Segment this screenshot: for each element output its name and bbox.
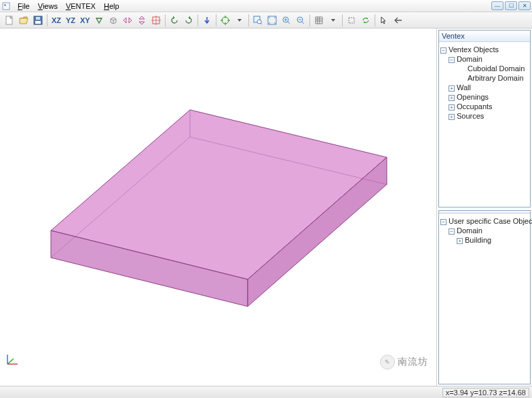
tree-occupants[interactable]: Occupants (457, 102, 493, 111)
svg-rect-16 (349, 18, 354, 23)
menu-bar: FFileile Views VENTEX Help — ☐ ✕ (0, 0, 532, 12)
cuboid-domain-render (0, 28, 434, 386)
tree-openings[interactable]: Openings (457, 93, 489, 101)
maximize-button[interactable]: ☐ (505, 1, 517, 10)
panel-title-ventex: Ventex (439, 31, 530, 42)
watermark-text: 南流坊 (398, 356, 428, 368)
watermark: ✎ 南流坊 (380, 355, 428, 370)
menu-help[interactable]: Help (100, 2, 124, 10)
collapse-icon[interactable]: − (449, 228, 455, 235)
tree-arbitrary[interactable]: Arbitrary Domain (468, 74, 524, 82)
tree-root[interactable]: Ventex Objects (449, 45, 499, 54)
new-icon[interactable] (3, 14, 16, 27)
view-xz-icon[interactable]: XZ (50, 14, 63, 27)
watermark-icon: ✎ (380, 355, 395, 370)
flip-h-icon[interactable] (121, 14, 134, 27)
fit-icon[interactable] (149, 14, 163, 27)
expand-icon[interactable]: + (457, 238, 463, 244)
zoom-extents-icon[interactable] (265, 14, 279, 27)
collapse-icon[interactable]: − (440, 47, 446, 54)
down-arrow-icon[interactable] (200, 14, 214, 27)
app-icon (1, 1, 11, 11)
minimize-button[interactable]: — (491, 1, 504, 10)
collapse-icon[interactable]: − (440, 219, 446, 225)
tree-wall[interactable]: Wall (457, 83, 471, 92)
expand-icon[interactable]: + (449, 85, 455, 92)
menu-file[interactable]: FFileile (14, 2, 34, 10)
zoom-window-icon[interactable] (251, 14, 265, 27)
tree-cuboidal[interactable]: Cuboidal Domain (468, 64, 525, 73)
crop-icon[interactable] (345, 14, 358, 27)
dropdown2-icon[interactable] (326, 14, 340, 27)
zoom-out-icon[interactable] (294, 14, 307, 27)
grid-icon[interactable] (312, 14, 326, 27)
triangle-down-icon[interactable] (92, 14, 106, 27)
pointer-icon[interactable] (377, 14, 391, 27)
rotate-left-icon[interactable] (168, 14, 181, 27)
view-xy-icon[interactable]: XY (78, 14, 92, 27)
tree-user-root[interactable]: User specific Case Objects (449, 217, 532, 225)
svg-rect-5 (36, 17, 40, 20)
status-coords: x=3.94 y=10.73 z=14.68 (442, 388, 529, 397)
view-yz-icon[interactable]: YZ (64, 14, 77, 27)
ventex-objects-panel: Ventex −Ventex Objects −Domain Cuboidal … (438, 30, 531, 207)
menu-views[interactable]: Views (34, 2, 62, 10)
user-objects-panel: −User specific Case Objects −Domain +Bui… (438, 210, 531, 384)
zoom-in-icon[interactable] (280, 14, 293, 27)
svg-text:XY: XY (80, 16, 90, 24)
tree-sources[interactable]: Sources (457, 112, 484, 120)
expand-icon[interactable]: + (449, 114, 455, 120)
axis-triad-icon (5, 352, 19, 365)
dropdown-icon[interactable] (233, 14, 246, 27)
status-bar: x=3.94 y=10.73 z=14.68 (0, 386, 532, 398)
viewport-3d[interactable]: ✎ 南流坊 (0, 28, 437, 386)
tree-user-domain[interactable]: Domain (457, 226, 482, 235)
svg-text:YZ: YZ (66, 16, 75, 24)
svg-text:XZ: XZ (52, 16, 61, 24)
expand-icon[interactable]: + (449, 95, 455, 101)
user-tree[interactable]: −User specific Case Objects −Domain +Bui… (439, 214, 530, 247)
tree-domain[interactable]: Domain (457, 55, 482, 63)
close-button[interactable]: ✕ (518, 1, 531, 10)
save-icon[interactable] (31, 14, 45, 27)
back-icon[interactable] (392, 14, 405, 27)
menu-ventex[interactable]: VENTEX (62, 2, 100, 10)
flip-v-icon[interactable] (135, 14, 149, 27)
collapse-icon[interactable]: − (449, 57, 455, 63)
expand-icon[interactable]: + (449, 104, 455, 111)
svg-rect-4 (35, 21, 41, 24)
window-controls: — ☐ ✕ (491, 1, 531, 10)
svg-rect-1 (4, 4, 6, 6)
side-panel: Ventex −Ventex Objects −Domain Cuboidal … (437, 28, 532, 386)
box-icon[interactable] (107, 14, 120, 27)
ventex-tree[interactable]: −Ventex Objects −Domain Cuboidal Domain … (439, 42, 530, 123)
tree-building[interactable]: Building (465, 236, 491, 244)
main-area: ✎ 南流坊 Ventex −Ventex Objects −Domain Cub… (0, 28, 532, 386)
rotate-right-icon[interactable] (182, 14, 195, 27)
toolbar: XZ YZ XY (0, 12, 532, 28)
target-icon[interactable] (218, 14, 232, 27)
open-icon[interactable] (17, 14, 31, 27)
refresh-icon[interactable] (359, 14, 373, 27)
